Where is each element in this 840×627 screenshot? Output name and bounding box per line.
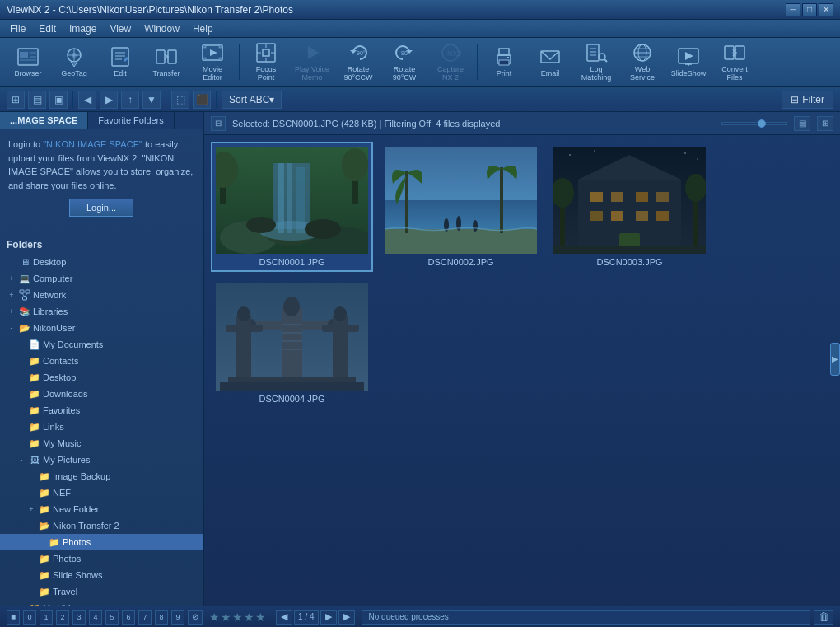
nikon-space-link[interactable]: "NIKON IMAGE SPACE" bbox=[43, 139, 142, 149]
content-view-btn[interactable]: ⊟ bbox=[211, 116, 226, 131]
num-5-button[interactable]: 5 bbox=[105, 610, 119, 625]
transfer-button[interactable]: Transfer bbox=[145, 40, 188, 83]
browser-button[interactable]: Browser bbox=[7, 40, 49, 83]
view-list-button[interactable]: ▤ bbox=[28, 91, 46, 109]
num-zero-button[interactable]: 0 bbox=[23, 610, 36, 625]
tree-item-links[interactable]: 📁 Links bbox=[0, 419, 203, 435]
rotate-cw-button[interactable]: 90° Rotate 90°CW bbox=[383, 40, 426, 83]
folder-tree[interactable]: 🖥 Desktop + 💻 Computer + Network bbox=[0, 254, 203, 606]
star-4[interactable]: ★ bbox=[244, 611, 254, 624]
view-thumbnail-button[interactable]: ⊞ bbox=[7, 91, 25, 109]
num-7-button[interactable]: 7 bbox=[138, 610, 152, 625]
tree-item-my-music[interactable]: 📁 My Music bbox=[0, 435, 203, 452]
tree-item-contacts[interactable]: 📁 Contacts bbox=[0, 353, 203, 369]
num-1-button[interactable]: 1 bbox=[40, 610, 53, 625]
tab-image-space[interactable]: ...MAGE SPACE bbox=[0, 112, 88, 129]
play-voice-button[interactable]: Play Voice Memo bbox=[291, 40, 334, 83]
num-8-button[interactable]: 8 bbox=[155, 610, 168, 625]
log-matching-button[interactable]: Log Matching bbox=[575, 40, 618, 83]
menu-window[interactable]: Window bbox=[138, 21, 186, 36]
tree-item-nef[interactable]: 📁 NEF bbox=[0, 484, 203, 501]
rotate-ccw-button[interactable]: 90° Rotate 90°CCW bbox=[337, 40, 380, 83]
tree-item-desktop[interactable]: 🖥 Desktop bbox=[0, 254, 203, 270]
photo-item-dscn0004[interactable]: DSCN0004.JPG bbox=[211, 278, 373, 409]
num-2-button[interactable]: 2 bbox=[56, 610, 69, 625]
view-film-button[interactable]: ▣ bbox=[49, 91, 68, 109]
maximize-button[interactable]: □ bbox=[802, 3, 817, 16]
star-3[interactable]: ★ bbox=[232, 611, 243, 624]
minimize-button[interactable]: ─ bbox=[786, 3, 800, 16]
play-button[interactable]: ▶ bbox=[320, 610, 337, 625]
movie-editor-button[interactable]: Movie Editor bbox=[191, 40, 234, 83]
tree-item-photos[interactable]: 📁 Photos bbox=[0, 534, 203, 550]
filter-button[interactable]: ⊟ Filter bbox=[782, 91, 833, 109]
zoom-slider bbox=[721, 122, 787, 125]
email-button[interactable]: Email bbox=[529, 40, 572, 83]
num-4-button[interactable]: 4 bbox=[89, 610, 102, 625]
trash-button[interactable]: 🗑 bbox=[814, 610, 833, 625]
view-mode-btn-2[interactable]: ⊞ bbox=[817, 116, 833, 131]
view-mode-btn-1[interactable]: ▤ bbox=[794, 116, 810, 131]
menu-edit[interactable]: Edit bbox=[32, 21, 63, 36]
tree-item-desktop2[interactable]: 📁 Desktop bbox=[0, 369, 203, 386]
tree-item-travel[interactable]: 📁 Travel bbox=[0, 583, 203, 600]
sort-button[interactable]: Sort ABC ▾ bbox=[222, 91, 282, 109]
web-service-button[interactable]: Web Service bbox=[621, 40, 664, 83]
menu-image[interactable]: Image bbox=[63, 21, 103, 36]
tree-item-image-backup[interactable]: 📁 Image Backup bbox=[0, 468, 203, 484]
photo-grid[interactable]: DSCN0001.JPG bbox=[204, 135, 840, 606]
nav-up-button[interactable]: ↑ bbox=[121, 91, 139, 109]
tree-item-libraries[interactable]: + 📚 Libraries bbox=[0, 303, 203, 320]
num-6-button[interactable]: 6 bbox=[122, 610, 135, 625]
geotag-button[interactable]: GeoTag bbox=[53, 40, 96, 83]
menu-file[interactable]: File bbox=[3, 21, 32, 36]
zoom-track[interactable] bbox=[721, 122, 787, 125]
tree-item-downloads[interactable]: 📁 Downloads bbox=[0, 386, 203, 402]
tree-item-computer[interactable]: + 💻 Computer bbox=[0, 270, 203, 287]
num-9-button[interactable]: 9 bbox=[171, 610, 184, 625]
tree-item-my-pictures[interactable]: - 🖼 My Pictures bbox=[0, 452, 203, 468]
tree-item-nikon-transfer-2[interactable]: - 📂 Nikon Transfer 2 bbox=[0, 517, 203, 534]
capture-nx2-button[interactable]: NX2 Capture NX 2 bbox=[429, 40, 472, 83]
convert-files-button[interactable]: Convert Files bbox=[713, 40, 756, 83]
tree-item-network[interactable]: + Network bbox=[0, 287, 203, 303]
nav-prev-button[interactable]: ◀ bbox=[276, 610, 292, 625]
tree-item-photos2[interactable]: 📁 Photos bbox=[0, 550, 203, 567]
nav-next-button[interactable]: ▶ bbox=[338, 610, 355, 625]
svg-rect-36 bbox=[499, 49, 509, 55]
view-toggle-button[interactable]: ⬚ bbox=[171, 91, 189, 109]
print-button[interactable]: Print bbox=[483, 40, 525, 83]
print-icon bbox=[492, 45, 516, 68]
close-button[interactable]: ✕ bbox=[819, 3, 833, 16]
star-2[interactable]: ★ bbox=[221, 611, 231, 624]
tree-item-slide-shows[interactable]: 📁 Slide Shows bbox=[0, 567, 203, 583]
slide-show-button[interactable]: SlideShow bbox=[667, 40, 710, 83]
svg-rect-4 bbox=[20, 59, 36, 61]
menu-view[interactable]: View bbox=[103, 21, 138, 36]
tree-item-my-videos[interactable]: 📁 My Videos bbox=[0, 600, 203, 606]
side-panel-handle[interactable]: ▶ bbox=[830, 343, 840, 376]
tree-item-nikonuser[interactable]: - 📂 NikonUser bbox=[0, 320, 203, 336]
convert-files-label: Convert Files bbox=[716, 66, 754, 82]
star-1[interactable]: ★ bbox=[209, 611, 220, 624]
star-5[interactable]: ★ bbox=[255, 611, 266, 624]
photo-item-dscn0001[interactable]: DSCN0001.JPG bbox=[211, 142, 373, 272]
focus-point-button[interactable]: Focus Point bbox=[245, 40, 287, 83]
num-3-button[interactable]: 3 bbox=[72, 610, 86, 625]
window-controls: ─ □ ✕ bbox=[786, 3, 833, 16]
tree-item-new-folder[interactable]: + 📁 New Folder bbox=[0, 501, 203, 517]
nav-menu-button[interactable]: ▼ bbox=[142, 91, 161, 109]
nav-back-button[interactable]: ◀ bbox=[78, 91, 96, 109]
nav-forward-button[interactable]: ▶ bbox=[100, 91, 118, 109]
tree-item-favorites[interactable]: 📁 Favorites bbox=[0, 402, 203, 419]
edit-button[interactable]: Edit bbox=[99, 40, 142, 83]
photo-item-dscn0002[interactable]: DSCN0002.JPG bbox=[380, 142, 542, 272]
view-toggle-2-button[interactable]: ⬛ bbox=[193, 91, 211, 109]
login-button[interactable]: Login... bbox=[69, 199, 133, 217]
menu-help[interactable]: Help bbox=[186, 21, 220, 36]
tab-favorite-folders[interactable]: Favorite Folders bbox=[88, 112, 174, 129]
tree-item-my-documents[interactable]: 📄 My Documents bbox=[0, 336, 203, 353]
tb2-sep-3 bbox=[216, 91, 217, 108]
zoom-thumb[interactable] bbox=[758, 119, 766, 128]
photo-item-dscn0003[interactable]: DSCN0003.JPG bbox=[548, 142, 711, 272]
